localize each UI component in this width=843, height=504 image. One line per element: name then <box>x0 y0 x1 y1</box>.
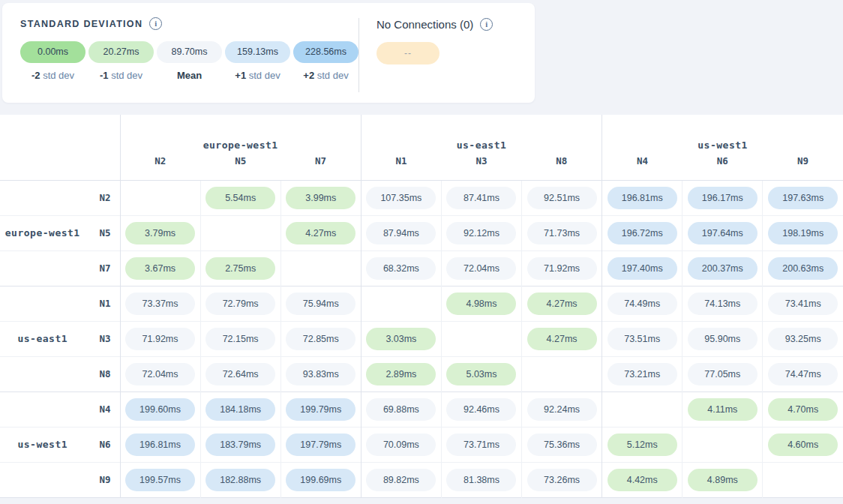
latency-cell[interactable]: 72.79ms <box>200 286 280 321</box>
latency-chip[interactable]: 75.94ms <box>286 292 356 315</box>
latency-chip[interactable]: 2.89ms <box>366 363 436 386</box>
latency-chip[interactable]: 4.70ms <box>768 398 838 421</box>
latency-chip[interactable]: 75.36ms <box>527 434 597 456</box>
latency-cell[interactable]: 197.63ms <box>763 180 843 215</box>
latency-cell[interactable]: 77.05ms <box>682 356 763 392</box>
latency-cell[interactable]: 5.12ms <box>602 427 682 462</box>
latency-chip[interactable]: 200.63ms <box>768 257 838 280</box>
latency-chip[interactable]: 72.64ms <box>206 363 275 386</box>
latency-cell[interactable]: 95.90ms <box>682 321 763 356</box>
latency-chip[interactable]: 107.35ms <box>366 187 436 209</box>
latency-chip[interactable]: 73.37ms <box>125 292 195 315</box>
latency-chip[interactable]: 5.12ms <box>608 434 677 456</box>
latency-chip[interactable]: 182.88ms <box>206 469 275 491</box>
latency-cell[interactable]: 4.98ms <box>441 286 521 321</box>
latency-cell[interactable] <box>280 250 361 286</box>
latency-chip[interactable]: 199.60ms <box>125 398 195 421</box>
latency-cell[interactable]: 92.24ms <box>522 392 602 427</box>
latency-chip[interactable]: 72.79ms <box>206 292 275 315</box>
latency-chip[interactable]: 89.82ms <box>366 469 436 491</box>
latency-cell[interactable] <box>602 392 682 427</box>
latency-chip[interactable]: 196.81ms <box>125 434 195 456</box>
latency-cell[interactable]: 72.04ms <box>120 356 200 392</box>
latency-cell[interactable]: 73.26ms <box>522 462 602 497</box>
latency-cell[interactable]: 200.37ms <box>682 250 763 286</box>
latency-chip[interactable]: 74.49ms <box>608 292 677 315</box>
latency-cell[interactable] <box>682 427 763 462</box>
latency-cell[interactable]: 5.03ms <box>441 356 521 392</box>
latency-cell[interactable]: 92.51ms <box>522 180 602 215</box>
latency-chip[interactable]: 196.17ms <box>688 187 758 209</box>
latency-cell[interactable]: 198.19ms <box>763 215 843 250</box>
latency-cell[interactable]: 107.35ms <box>361 180 441 215</box>
latency-chip[interactable]: 74.13ms <box>688 292 758 315</box>
latency-chip[interactable]: 72.15ms <box>206 328 275 350</box>
latency-cell[interactable]: 4.11ms <box>682 392 763 427</box>
latency-chip[interactable]: 92.51ms <box>527 187 597 209</box>
latency-chip[interactable]: 183.79ms <box>206 434 275 456</box>
latency-chip[interactable]: 87.41ms <box>446 187 516 209</box>
latency-cell[interactable]: 182.88ms <box>200 462 280 497</box>
latency-cell[interactable]: 199.69ms <box>280 462 361 497</box>
latency-cell[interactable]: 4.60ms <box>763 427 843 462</box>
latency-chip[interactable]: 196.81ms <box>608 187 677 209</box>
latency-cell[interactable]: 4.70ms <box>763 392 843 427</box>
latency-cell[interactable]: 3.99ms <box>280 180 361 215</box>
latency-cell[interactable]: 4.27ms <box>280 215 361 250</box>
latency-cell[interactable]: 89.82ms <box>361 462 441 497</box>
latency-cell[interactable]: 3.79ms <box>120 215 200 250</box>
latency-chip[interactable]: 199.57ms <box>125 469 195 491</box>
latency-chip[interactable]: 197.79ms <box>286 434 356 456</box>
latency-cell[interactable]: 2.75ms <box>200 250 280 286</box>
latency-chip[interactable]: 198.19ms <box>768 222 838 244</box>
latency-cell[interactable]: 92.46ms <box>441 392 521 427</box>
latency-cell[interactable]: 92.12ms <box>441 215 521 250</box>
latency-cell[interactable]: 69.88ms <box>361 392 441 427</box>
latency-cell[interactable]: 197.40ms <box>602 250 682 286</box>
latency-cell[interactable]: 71.92ms <box>522 250 602 286</box>
latency-chip[interactable]: 72.04ms <box>446 257 516 280</box>
latency-chip[interactable]: 197.64ms <box>688 222 758 244</box>
latency-cell[interactable]: 75.94ms <box>280 286 361 321</box>
info-icon[interactable]: i <box>149 17 162 30</box>
latency-cell[interactable]: 72.64ms <box>200 356 280 392</box>
latency-cell[interactable]: 3.67ms <box>120 250 200 286</box>
latency-cell[interactable]: 74.13ms <box>682 286 763 321</box>
latency-cell[interactable]: 2.89ms <box>361 356 441 392</box>
latency-cell[interactable] <box>361 286 441 321</box>
latency-chip[interactable]: 73.21ms <box>608 363 677 386</box>
latency-chip[interactable]: 199.79ms <box>286 398 356 421</box>
latency-chip[interactable]: 196.72ms <box>608 222 677 244</box>
latency-chip[interactable]: 4.27ms <box>286 222 356 244</box>
latency-chip[interactable]: 69.88ms <box>366 398 436 421</box>
latency-cell[interactable]: 73.37ms <box>120 286 200 321</box>
latency-chip[interactable]: 3.79ms <box>125 222 195 244</box>
latency-cell[interactable]: 87.41ms <box>441 180 521 215</box>
latency-chip[interactable]: 73.41ms <box>768 292 838 315</box>
latency-chip[interactable]: 197.40ms <box>608 257 677 280</box>
latency-cell[interactable]: 72.85ms <box>280 321 361 356</box>
latency-cell[interactable]: 4.27ms <box>522 321 602 356</box>
latency-cell[interactable]: 196.17ms <box>682 180 763 215</box>
latency-cell[interactable] <box>120 180 200 215</box>
latency-cell[interactable]: 199.60ms <box>120 392 200 427</box>
latency-chip[interactable]: 3.67ms <box>125 257 195 280</box>
latency-cell[interactable]: 4.89ms <box>682 462 763 497</box>
latency-cell[interactable]: 4.42ms <box>602 462 682 497</box>
latency-chip[interactable]: 87.94ms <box>366 222 436 244</box>
latency-chip[interactable]: 2.75ms <box>206 257 275 280</box>
latency-chip[interactable]: 3.99ms <box>286 187 356 209</box>
latency-cell[interactable]: 93.25ms <box>763 321 843 356</box>
latency-cell[interactable]: 73.41ms <box>763 286 843 321</box>
latency-chip[interactable]: 93.83ms <box>286 363 356 386</box>
latency-chip[interactable]: 4.27ms <box>527 292 597 315</box>
latency-chip[interactable]: 77.05ms <box>688 363 758 386</box>
latency-chip[interactable]: 71.73ms <box>527 222 597 244</box>
latency-chip[interactable]: 92.24ms <box>527 398 597 421</box>
latency-chip[interactable]: 71.92ms <box>125 328 195 350</box>
latency-chip[interactable]: 92.12ms <box>446 222 516 244</box>
latency-chip[interactable]: 71.92ms <box>527 257 597 280</box>
latency-chip[interactable]: 81.38ms <box>446 469 516 491</box>
latency-cell[interactable]: 183.79ms <box>200 427 280 462</box>
latency-chip[interactable]: 73.51ms <box>608 328 677 350</box>
